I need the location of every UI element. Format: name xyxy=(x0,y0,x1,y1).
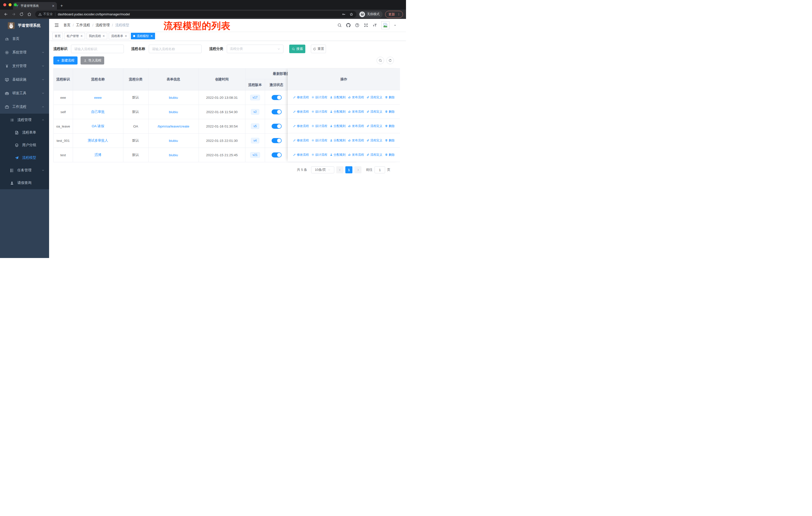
action-design-link[interactable]: 设计流程 xyxy=(311,95,327,100)
action-delete-link[interactable]: 删除 xyxy=(385,138,395,143)
goto-page-input[interactable] xyxy=(375,166,385,173)
sidebar-item-8[interactable]: 用户分组 xyxy=(0,139,49,152)
create-process-button[interactable]: 新建流程 xyxy=(53,56,78,64)
prev-page-button[interactable] xyxy=(336,166,343,173)
window-zoom-button[interactable] xyxy=(14,3,17,6)
form-info-link[interactable]: biubiu xyxy=(169,96,178,100)
form-info-link[interactable]: biubiu xyxy=(169,139,178,143)
action-design-link[interactable]: 设计流程 xyxy=(311,124,327,128)
filter-input-0[interactable] xyxy=(71,45,124,53)
github-icon[interactable] xyxy=(346,23,351,27)
action-edit-link[interactable]: 修改流程 xyxy=(293,138,309,143)
help-icon[interactable] xyxy=(355,23,359,27)
filter-select-2[interactable]: 流程分类 xyxy=(227,45,283,53)
sidebar-item-3[interactable]: 基础设施 xyxy=(0,73,49,86)
action-design-link[interactable]: 设计流程 xyxy=(311,153,327,157)
action-edit-link[interactable]: 修改流程 xyxy=(293,95,309,100)
process-name-link[interactable]: OA 请假 xyxy=(92,124,104,128)
sidebar-item-10[interactable]: 任务管理 xyxy=(0,164,49,176)
bookmark-star-icon[interactable] xyxy=(349,12,353,17)
action-edit-link[interactable]: 修改流程 xyxy=(293,153,309,157)
sidebar-item-1[interactable]: 系统管理 xyxy=(0,46,49,59)
update-button[interactable]: 更新 xyxy=(385,11,403,18)
active-toggle[interactable] xyxy=(271,138,282,143)
action-definition-link[interactable]: 流程定义 xyxy=(367,153,382,157)
tag-2[interactable]: 我的流程✕ xyxy=(87,33,107,39)
active-toggle[interactable] xyxy=(271,109,282,114)
action-assign-link[interactable]: 分配规则 xyxy=(330,110,346,114)
action-delete-link[interactable]: 删除 xyxy=(385,95,395,100)
home-icon[interactable] xyxy=(27,12,31,17)
tag-close-icon[interactable]: ✕ xyxy=(103,34,105,37)
sidebar-item-9[interactable]: 流程模型 xyxy=(0,152,49,164)
action-edit-link[interactable]: 修改流程 xyxy=(293,110,309,114)
hamburger-icon[interactable] xyxy=(54,23,59,28)
window-close-button[interactable] xyxy=(3,3,6,6)
browser-tab[interactable]: 芋道管理系统 ✕ xyxy=(13,2,57,9)
action-publish-link[interactable]: 发布流程 xyxy=(348,95,364,100)
forward-icon[interactable] xyxy=(11,12,16,17)
process-name-link[interactable]: 滔博 xyxy=(95,153,102,157)
sidebar-item-5[interactable]: 工作流程 xyxy=(0,100,49,114)
font-size-icon[interactable] xyxy=(373,23,377,27)
breadcrumb-item-0[interactable]: 首页 xyxy=(63,23,70,27)
action-definition-link[interactable]: 流程定义 xyxy=(367,95,382,100)
sidebar-item-2[interactable]: 支付管理 xyxy=(0,59,49,73)
process-name-link[interactable]: 自己审批 xyxy=(91,110,105,114)
new-tab-button[interactable]: + xyxy=(60,3,63,8)
form-info-link[interactable]: /bpm/oa/leave/create xyxy=(157,125,189,128)
password-key-icon[interactable] xyxy=(342,12,346,16)
current-page-button[interactable]: 1 xyxy=(345,166,352,173)
filter-input-1[interactable] xyxy=(149,45,202,53)
action-delete-link[interactable]: 删除 xyxy=(385,124,395,128)
breadcrumb-item-2[interactable]: 流程管理 xyxy=(96,23,110,27)
avatar[interactable] xyxy=(381,21,389,29)
action-definition-link[interactable]: 流程定义 xyxy=(367,138,382,143)
toggle-search-button[interactable] xyxy=(377,57,384,64)
process-name-link[interactable]: 测试多审批人 xyxy=(88,139,108,142)
sidebar-item-4[interactable]: 研发工具 xyxy=(0,86,49,100)
action-design-link[interactable]: 设计流程 xyxy=(311,110,327,114)
action-assign-link[interactable]: 分配规则 xyxy=(330,153,346,157)
action-assign-link[interactable]: 分配规则 xyxy=(330,95,346,100)
action-assign-link[interactable]: 分配规则 xyxy=(330,138,346,143)
action-publish-link[interactable]: 发布流程 xyxy=(348,110,364,114)
tab-close-icon[interactable]: ✕ xyxy=(52,4,55,7)
action-delete-link[interactable]: 删除 xyxy=(385,110,395,114)
sidebar-item-6[interactable]: 流程管理 xyxy=(0,114,49,126)
page-size-select[interactable]: 10条/页 xyxy=(311,166,334,173)
back-icon[interactable] xyxy=(4,12,8,17)
reload-icon[interactable] xyxy=(19,12,24,17)
action-design-link[interactable]: 设计流程 xyxy=(311,138,327,143)
action-definition-link[interactable]: 流程定义 xyxy=(367,124,382,128)
next-page-button[interactable] xyxy=(354,166,361,173)
tag-1[interactable]: 租户管理✕ xyxy=(64,33,85,39)
tag-close-icon[interactable]: ✕ xyxy=(150,34,153,37)
address-bar[interactable]: 不安全 dashboard.yudao.iocoder.cn/bpm/manag… xyxy=(35,11,356,18)
search-button[interactable]: 搜索 xyxy=(289,45,305,53)
refresh-table-button[interactable] xyxy=(386,57,394,64)
import-process-button[interactable]: 导入流程 xyxy=(81,56,104,64)
user-menu-caret-icon[interactable] xyxy=(394,24,397,27)
active-toggle[interactable] xyxy=(271,124,282,129)
action-edit-link[interactable]: 修改流程 xyxy=(293,124,309,128)
not-secure-warning-icon[interactable] xyxy=(38,12,42,16)
tag-close-icon[interactable]: ✕ xyxy=(80,34,83,37)
window-minimize-button[interactable] xyxy=(8,3,11,6)
process-name-link[interactable]: eeee xyxy=(94,96,102,100)
active-toggle[interactable] xyxy=(271,153,282,158)
breadcrumb-item-1[interactable]: 工作流程 xyxy=(76,23,90,27)
action-publish-link[interactable]: 发布流程 xyxy=(348,138,364,143)
form-info-link[interactable]: biubiu xyxy=(169,110,178,114)
form-info-link[interactable]: biubiu xyxy=(169,153,178,157)
header-search-icon[interactable] xyxy=(337,23,342,27)
action-delete-link[interactable]: 删除 xyxy=(385,153,395,157)
tag-3[interactable]: 流程表单✕ xyxy=(109,33,129,39)
action-publish-link[interactable]: 发布流程 xyxy=(348,153,364,157)
action-assign-link[interactable]: 分配规则 xyxy=(330,124,346,128)
tag-4[interactable]: 流程模型✕ xyxy=(131,33,155,39)
browser-menu-dots-icon[interactable] xyxy=(397,12,401,16)
active-toggle[interactable] xyxy=(271,95,282,100)
fullscreen-icon[interactable] xyxy=(364,23,368,27)
action-definition-link[interactable]: 流程定义 xyxy=(367,110,382,114)
